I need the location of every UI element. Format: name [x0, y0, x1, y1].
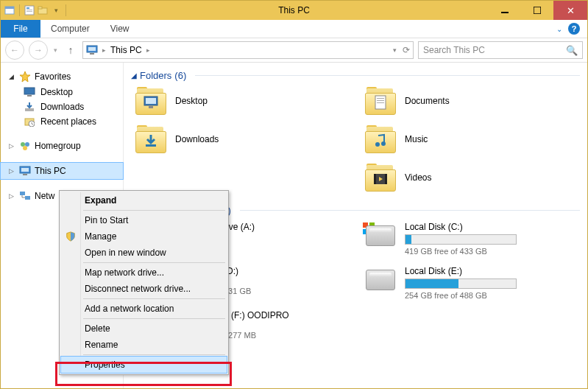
folder-label: Downloads	[175, 134, 219, 144]
menu-computer[interactable]: Computer	[40, 20, 100, 38]
help-icon[interactable]: ?	[568, 23, 580, 35]
nav-forward-button[interactable]: →	[29, 41, 48, 60]
section-folders-header[interactable]: ◢ Folders (6)	[131, 70, 580, 81]
svg-rect-3	[26, 7, 29, 9]
qat-properties-icon[interactable]	[24, 4, 35, 16]
search-icon: 🔍	[566, 45, 578, 56]
ctx-add-network-location[interactable]: Add a network location	[61, 301, 227, 317]
svg-rect-1	[5, 7, 14, 9]
maximize-button[interactable]	[521, 1, 553, 20]
window-title: This PC	[278, 5, 310, 15]
system-menu-icon[interactable]	[4, 4, 15, 16]
folder-label: Desktop	[175, 96, 208, 106]
svg-rect-14	[24, 88, 35, 94]
ctx-delete[interactable]: Delete	[61, 320, 227, 337]
svg-rect-8	[501, 12, 509, 13]
folder-icon	[135, 87, 166, 115]
address-dropdown-icon[interactable]: ▾	[393, 46, 397, 54]
collapse-arrow-icon[interactable]: ◢	[131, 71, 137, 80]
ctx-expand[interactable]: Expand	[61, 192, 227, 208]
breadcrumb-chevron-icon[interactable]: ▸	[102, 46, 106, 54]
svg-rect-29	[149, 106, 153, 108]
svg-rect-12	[90, 53, 94, 55]
svg-rect-5	[26, 11, 32, 12]
ctx-rename[interactable]: Rename	[61, 337, 227, 353]
svg-rect-26	[25, 196, 30, 200]
star-icon	[18, 71, 32, 83]
svg-rect-11	[88, 47, 96, 51]
svg-rect-31	[377, 98, 384, 99]
file-menu[interactable]: File	[1, 20, 40, 38]
tree-label: Netw	[35, 191, 54, 201]
recent-icon	[23, 116, 36, 127]
close-button[interactable]: ✕	[553, 1, 587, 20]
folder-downloads[interactable]: Downloads	[135, 125, 350, 153]
drive-icon	[365, 222, 396, 250]
section-title: Folders	[140, 70, 171, 81]
minimize-button[interactable]	[489, 1, 521, 20]
svg-rect-25	[20, 192, 25, 195]
breadcrumb-location[interactable]: This PC	[110, 45, 142, 55]
drive-name: (D:)	[224, 266, 350, 276]
downloads-icon	[23, 101, 36, 113]
expand-arrow-icon[interactable]: ▷	[7, 167, 15, 175]
svg-rect-7	[38, 7, 42, 9]
tree-homegroup[interactable]: ▷ Homegroup	[1, 138, 123, 154]
drive-e[interactable]: Local Disk (E:) 254 GB free of 488 GB	[365, 266, 580, 300]
svg-point-20	[25, 142, 29, 147]
svg-point-21	[23, 146, 27, 150]
context-menu: Expand Pin to Start Manage Open in new w…	[59, 190, 229, 375]
tree-this-pc[interactable]: ▷ This PC	[1, 163, 123, 179]
tree-fav-downloads[interactable]: Downloads	[1, 99, 123, 114]
drive-icon	[365, 266, 396, 294]
breadcrumb-chevron-icon[interactable]: ▸	[146, 46, 150, 54]
expand-arrow-icon[interactable]: ▷	[7, 192, 15, 200]
svg-rect-15	[27, 95, 32, 97]
folder-documents[interactable]: Documents	[365, 87, 580, 115]
ctx-disconnect-network-drive[interactable]: Disconnect network drive...	[61, 281, 227, 297]
ctx-pin-to-start[interactable]: Pin to Start	[61, 212, 227, 228]
tree-fav-desktop[interactable]: Desktop	[1, 85, 123, 99]
network-icon	[18, 190, 32, 202]
address-bar[interactable]: ▸ This PC ▸ ▾ ⟳	[82, 41, 414, 59]
svg-rect-34	[146, 144, 156, 147]
drive-name: Local Disk (C:)	[405, 222, 580, 232]
tree-label: This PC	[35, 166, 66, 176]
nav-back-button[interactable]: ←	[5, 41, 24, 60]
shield-icon	[65, 231, 77, 242]
ctx-properties[interactable]: Properties	[61, 357, 227, 373]
qat-customize-icon[interactable]: ▾	[50, 4, 62, 16]
drive-subtext: f 277 MB	[224, 331, 350, 340]
nav-up-button[interactable]: ↑	[63, 44, 78, 56]
folder-desktop[interactable]: Desktop	[135, 87, 350, 115]
folder-music[interactable]: Music	[365, 125, 580, 153]
svg-point-36	[381, 141, 386, 146]
expand-arrow-icon[interactable]: ▷	[7, 142, 15, 150]
navbar: ← → ▾ ↑ ▸ This PC ▸ ▾ ⟳ Search This PC 🔍	[1, 38, 587, 63]
qat-newfolder-icon[interactable]	[37, 4, 49, 16]
search-box[interactable]: Search This PC 🔍	[418, 41, 583, 59]
section-count: (6)	[174, 70, 186, 81]
drive-c[interactable]: Local Disk (C:) 419 GB free of 433 GB	[365, 222, 580, 256]
folder-icon	[365, 164, 396, 192]
drive-subtext: 419 GB free of 433 GB	[405, 247, 580, 256]
desktop-icon	[23, 86, 36, 98]
tree-label: Recent places	[40, 116, 96, 127]
svg-rect-39	[385, 174, 387, 184]
tree-favorites[interactable]: ◢ Favorites	[1, 69, 123, 85]
ctx-map-network-drive[interactable]: Map network drive...	[61, 264, 227, 281]
menu-view[interactable]: View	[100, 20, 140, 38]
refresh-icon[interactable]: ⟳	[403, 45, 410, 55]
svg-rect-32	[377, 100, 384, 101]
ctx-manage[interactable]: Manage	[61, 228, 227, 245]
expand-arrow-icon[interactable]: ◢	[7, 73, 15, 80]
folder-icon	[365, 125, 396, 153]
tree-fav-recent[interactable]: Recent places	[1, 114, 123, 129]
ribbon-expand-icon[interactable]: ⌄	[556, 25, 562, 33]
svg-rect-33	[377, 102, 384, 103]
ctx-open-new-window[interactable]: Open in new window	[61, 245, 227, 261]
folder-videos[interactable]: Videos	[365, 164, 580, 192]
svg-rect-38	[374, 174, 376, 184]
nav-history-dropdown[interactable]: ▾	[52, 46, 59, 54]
section-devices-header[interactable]: (5)	[219, 205, 580, 216]
